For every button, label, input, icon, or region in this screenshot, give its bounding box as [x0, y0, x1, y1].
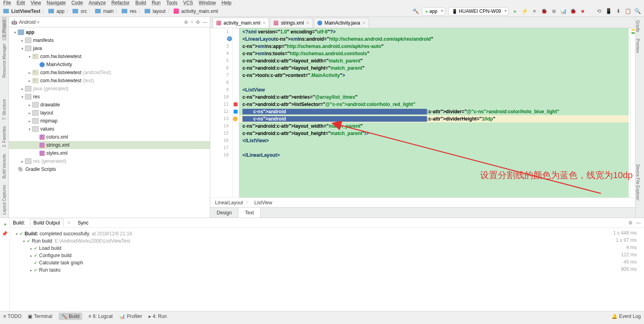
crumb-listview[interactable]: ListView [254, 200, 272, 206]
device-combo[interactable]: 📱 HUAWEI CPN-W09 [448, 7, 509, 15]
tree-item[interactable]: ▾res [9, 93, 210, 101]
run-config-combo[interactable]: ▸ app [422, 7, 445, 15]
bc-app[interactable]: app [56, 8, 64, 14]
close-tab-icon[interactable]: × [64, 219, 74, 226]
menu-tools[interactable]: Tools [166, 0, 178, 6]
build-row[interactable]: ▸✔Run tasks [14, 266, 640, 274]
menu-view[interactable]: View [31, 0, 41, 6]
rail-project[interactable]: 1: Project [2, 17, 6, 40]
tree-item[interactable]: styles.xml [9, 149, 210, 157]
build-row[interactable]: ▾✔Build: completed successfullyat 2019/1… [14, 230, 640, 237]
tree-item[interactable]: ▸layout [9, 109, 210, 117]
gear-icon[interactable]: ⚙ [196, 19, 200, 25]
rail-favorites[interactable]: 2: Favorites [2, 123, 6, 150]
bc-project[interactable]: ListViewTest [11, 8, 40, 14]
hide-panel-icon[interactable]: — [203, 19, 207, 25]
profile-icon[interactable]: 📊 [560, 8, 567, 15]
color-swatch-icon[interactable] [234, 110, 238, 114]
profiler-button[interactable]: 📊 Profiler [119, 314, 142, 319]
menu-run[interactable]: Run [152, 0, 161, 6]
bc-main[interactable]: main [103, 8, 114, 14]
close-icon[interactable]: × [263, 20, 265, 26]
rail-structure[interactable]: 7: Structure [2, 96, 6, 123]
tree-item[interactable]: ▸res(generated) [9, 157, 210, 165]
editor-tab[interactable]: activity_main.xml× [213, 18, 269, 28]
tree-item[interactable]: MainActivity [9, 60, 210, 69]
build-button[interactable]: 🔨 Build [59, 313, 82, 320]
menu-window[interactable]: Window [199, 0, 216, 6]
collapse-icon[interactable]: ÷ [191, 19, 193, 25]
build-row[interactable]: ▾✔Run buildE:\AndroidWorks200E\ListViewT… [14, 237, 640, 245]
tree-item[interactable]: ▸manifests [9, 36, 210, 44]
sync-tab[interactable]: Sync [74, 219, 93, 226]
scroll-from-source-icon[interactable]: ⊕ [184, 19, 188, 25]
build-row[interactable]: ▸✔Configure build [14, 252, 640, 259]
sync-icon[interactable]: ⟲ [596, 8, 602, 15]
design-tab[interactable]: Design [210, 208, 238, 218]
menu-edit[interactable]: Edit [17, 0, 25, 6]
editor-tab[interactable]: MainActivity.java× [314, 18, 369, 28]
coverage-icon[interactable]: ⊕ [551, 8, 557, 15]
attach-debugger-icon[interactable]: 🐞 [570, 8, 576, 15]
menu-vcs[interactable]: VCS [183, 0, 193, 6]
structure-icon[interactable]: 📋 [625, 8, 631, 15]
close-icon[interactable]: × [362, 20, 365, 26]
rail-build-variants[interactable]: Build Variants [2, 151, 6, 182]
run-icon[interactable]: ▸ [512, 8, 518, 15]
event-log-button[interactable]: 🔔 Event Log [611, 314, 641, 319]
tree-item[interactable]: colors.xml [9, 133, 210, 141]
menu-build[interactable]: Build [135, 0, 146, 6]
todo-button[interactable]: ≡ TODO [3, 314, 21, 319]
tree-item[interactable]: ▾values [9, 125, 210, 133]
search-icon[interactable]: 🔍 [634, 8, 641, 15]
menu-file[interactable]: File [3, 0, 11, 6]
panel-title[interactable]: Android [19, 19, 35, 25]
menu-analyze[interactable]: Analyze [89, 0, 106, 6]
debug-icon[interactable]: 🐞 [541, 8, 547, 15]
tree-item[interactable]: ▸drawable [9, 101, 210, 109]
apply-changes-icon[interactable]: ⚡ [522, 8, 528, 15]
minimize-icon[interactable]: — [636, 220, 641, 226]
class-gutter-icon[interactable]: C [227, 36, 232, 41]
hammer-icon[interactable]: 🔨 [412, 8, 419, 15]
stop-icon[interactable]: ■ [580, 8, 586, 15]
text-tab[interactable]: Text [238, 208, 261, 218]
editor-body[interactable]: 123456789101112131415161718C <?xml versi… [210, 28, 635, 197]
rail-gradle[interactable]: Gradle [636, 17, 640, 35]
tree-item[interactable]: ▸com.hw.listviewtest(androidTest) [9, 69, 210, 77]
gear-icon[interactable]: ⚙ [628, 220, 633, 226]
bc-layout[interactable]: layout [153, 8, 166, 14]
tree-item[interactable]: ▾app [9, 28, 210, 36]
tree-item[interactable]: strings.xml [9, 141, 210, 149]
tree-item[interactable]: ▸mipmap [9, 117, 210, 125]
pin-icon[interactable]: 📌 [2, 231, 8, 237]
logcat-button[interactable]: ≡ 6: Logcat [89, 314, 113, 319]
rerun-icon[interactable]: ▸ [2, 223, 8, 225]
bc-res[interactable]: res [130, 8, 137, 14]
apply-code-icon[interactable]: ≡ [531, 8, 538, 15]
run-tool-button[interactable]: ▸ 4: Run [149, 314, 167, 319]
crumb-linearlayout[interactable]: LinearLayout [215, 200, 243, 206]
tree-item[interactable]: ▾java [9, 44, 210, 52]
bc-src[interactable]: src [81, 8, 87, 14]
editor-tab[interactable]: strings.xml× [270, 18, 313, 28]
tree-item[interactable]: ▸com.hw.listviewtest(test) [9, 77, 210, 85]
build-output-tab[interactable]: Build Output [30, 219, 64, 226]
sdk-icon[interactable]: ⬇ [615, 8, 621, 15]
tree-item[interactable]: ▾com.hw.listviewtest [9, 52, 210, 60]
build-row[interactable]: ▸✔Load build [14, 245, 640, 252]
rail-preview[interactable]: Preview [636, 35, 640, 56]
rail-device-explorer[interactable]: Device File Explorer [636, 161, 640, 204]
avd-icon[interactable]: 📱 [605, 8, 612, 15]
close-icon[interactable]: × [306, 20, 309, 26]
terminal-button[interactable]: ▣ Terminal [28, 314, 52, 319]
build-row[interactable]: ✔Calculate task graph [14, 259, 640, 266]
color-swatch-icon[interactable] [234, 102, 238, 106]
tree-item[interactable]: ▸java(generated) [9, 85, 210, 93]
menu-code[interactable]: Code [71, 0, 83, 6]
rail-resource-manager[interactable]: Resource Manager [2, 40, 6, 81]
menu-navigate[interactable]: Navigate [47, 0, 66, 6]
menu-refactor[interactable]: Refactor [112, 0, 130, 6]
rail-layout-captures[interactable]: Layout Captures [2, 182, 6, 218]
tree-item[interactable]: 🐘Gradle Scripts [9, 165, 210, 173]
